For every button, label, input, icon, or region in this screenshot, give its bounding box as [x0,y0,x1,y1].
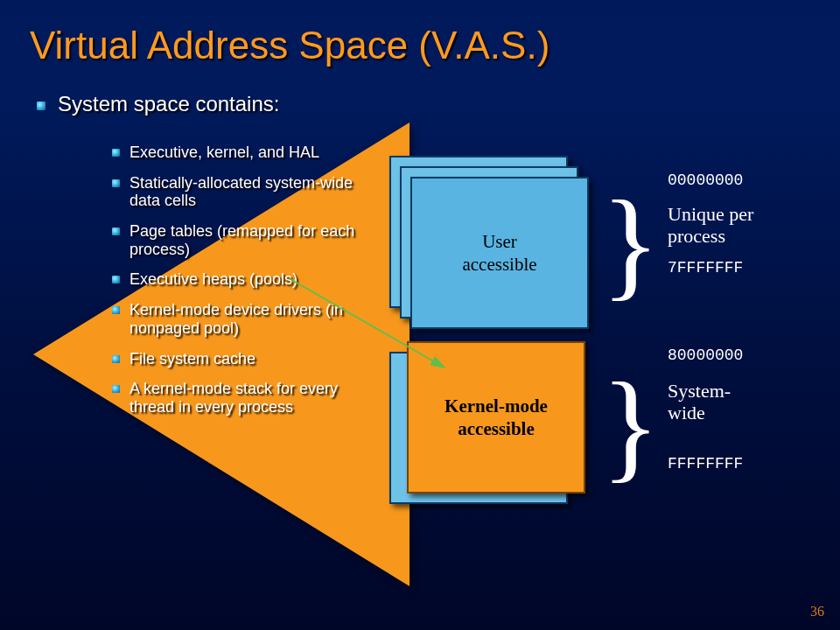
address-kernel-start: 80000000 [668,346,743,364]
address-user-end: 7FFFFFFF [668,259,743,276]
bullet-item: Kernel-mode device drivers (in nonpaged … [130,301,374,337]
slide-title: Virtual Address Space (V.A.S.) [30,24,550,66]
label-unique-per-process: Unique per process [668,203,753,248]
address-kernel-end: FFFFFFFF [668,455,743,472]
bullet-list: Executive, kernel, and HAL Statically-al… [94,144,374,429]
label-system-wide: System- wide [668,380,731,424]
bullet-item: Executive, kernel, and HAL [130,144,374,162]
address-user-start: 00000000 [668,172,743,189]
bullet-item: File system cache [130,350,374,368]
page-number: 36 [810,604,824,620]
slide: Virtual Address Space (V.A.S.) System sp… [0,0,840,630]
bullet-item: Page tables (remapped for each process) [130,222,374,258]
user-accessible-box: User accessible [410,177,589,329]
section-heading: System space contains: [58,92,279,116]
brace-icon: } [601,194,660,292]
vas-diagram: User accessible Kernel-mode accessible }… [389,156,827,541]
kernel-accessible-box: Kernel-mode accessible [407,341,585,494]
brace-icon: } [601,376,660,474]
user-accessible-label: User accessible [462,230,536,276]
kernel-accessible-label: Kernel-mode accessible [444,395,548,441]
bullet-item: Statically-allocated system-wide data ce… [130,174,374,210]
bullet-item: Executive heaps (pools) [130,270,374,289]
bullet-item: A kernel-mode stack for every thread in … [130,380,374,416]
